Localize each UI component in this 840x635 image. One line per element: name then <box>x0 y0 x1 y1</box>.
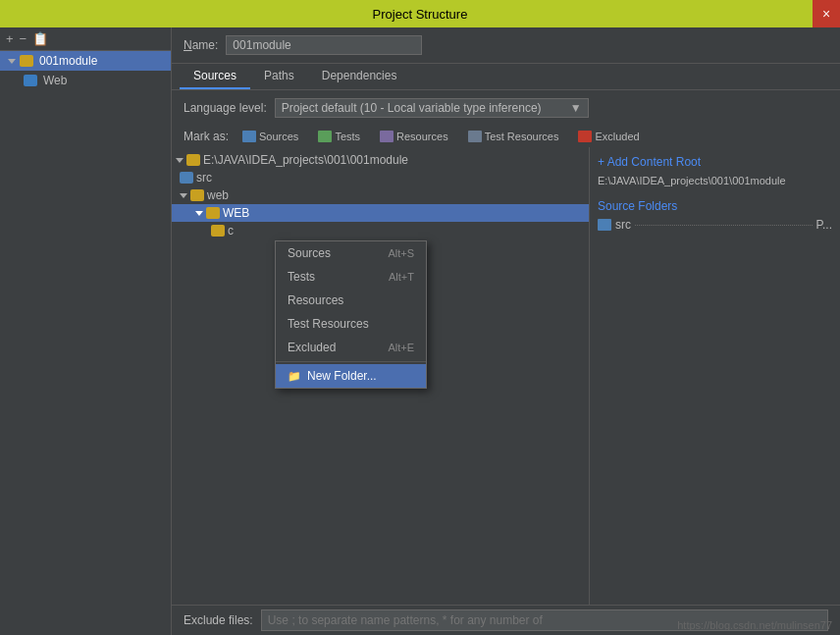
language-value: Project default (10 - Local variable typ… <box>282 101 542 115</box>
web-icon <box>24 75 37 86</box>
exclude-label: Exclude files: <box>184 613 253 627</box>
src-source-folder: src P... <box>598 216 832 234</box>
badge-tests[interactable]: Tests <box>312 130 366 143</box>
module-folder-icon <box>20 55 33 67</box>
tab-paths[interactable]: Paths <box>250 64 308 89</box>
title-bar: Project Structure × <box>0 0 840 27</box>
add-content-root-button[interactable]: + Add Content Root <box>598 151 832 173</box>
ctx-resources-label: Resources <box>288 293 343 307</box>
tests-badge-icon <box>318 131 332 142</box>
ctx-excluded-label: Excluded <box>288 341 336 354</box>
root-expand-icon <box>176 158 184 163</box>
ctx-new-folder-label: New Folder... <box>307 369 377 383</box>
tab-sources[interactable]: Sources <box>180 64 250 89</box>
ctx-tests[interactable]: Tests Alt+T <box>276 265 426 289</box>
new-folder-icon: 📁 <box>288 370 301 383</box>
content-area: Name: Sources Paths Dependencies Languag… <box>172 27 840 635</box>
ctx-test-resources[interactable]: Test Resources <box>276 312 426 336</box>
sidebar-item-web[interactable]: Web <box>0 71 171 90</box>
dotted-separator <box>635 225 813 226</box>
tests-badge-label: Tests <box>335 131 360 142</box>
add-content-root-label: + Add Content Root <box>598 155 701 169</box>
badge-resources[interactable]: Resources <box>374 130 454 143</box>
tab-dependencies[interactable]: Dependencies <box>308 64 411 89</box>
folder-tree-container: E:\JAVA\IDEA_projects\001\001module src … <box>172 147 840 605</box>
source-folders-title: Source Folders <box>598 196 832 216</box>
context-menu: Sources Alt+S Tests Alt+T Resources Test… <box>275 240 427 389</box>
lang-row: Language level: Project default (10 - Lo… <box>172 90 840 126</box>
sidebar: + − 📋 001module Web <box>0 27 172 635</box>
excluded-badge-label: Excluded <box>595 131 639 142</box>
name-label: Name: <box>184 38 218 52</box>
remove-module-icon[interactable]: − <box>20 31 27 46</box>
root-label: E:\JAVA\IDEA_projects\001\001module <box>203 153 408 167</box>
ctx-sources[interactable]: Sources Alt+S <box>276 241 426 265</box>
ctx-tests-label: Tests <box>288 270 315 284</box>
name-row: Name: <box>172 27 840 64</box>
expand-icon <box>8 59 16 64</box>
src-label: src <box>196 171 212 185</box>
tree-row-c[interactable]: c <box>172 222 589 239</box>
mark-as-row: Mark as: Sources Tests Resources Test Re… <box>172 126 840 147</box>
resources-badge-label: Resources <box>396 131 448 142</box>
sidebar-web-label: Web <box>43 74 67 87</box>
tree-row-src[interactable]: src <box>172 169 589 186</box>
web-label: web <box>207 188 229 202</box>
sources-badge-label: Sources <box>259 131 298 142</box>
ctx-separator <box>276 361 426 362</box>
main-container: + − 📋 001module Web Name: Sources Paths … <box>0 27 840 635</box>
webinf-label: WEB <box>223 206 249 220</box>
src-suffix: P... <box>816 218 832 232</box>
watermark: https://blog.csdn.net/mulinsen77 <box>677 619 832 631</box>
dropdown-arrow-icon: ▼ <box>570 101 582 115</box>
excluded-badge-icon <box>578 131 592 142</box>
close-button[interactable]: × <box>813 0 840 27</box>
badge-sources[interactable]: Sources <box>236 130 304 143</box>
ctx-new-folder[interactable]: 📁 New Folder... <box>276 364 426 388</box>
src-right-label: src <box>615 218 631 232</box>
webinf-expand-icon <box>195 211 203 216</box>
tree-row-root[interactable]: E:\JAVA\IDEA_projects\001\001module <box>172 151 589 169</box>
tree-row-web[interactable]: web <box>172 186 589 204</box>
ctx-sources-label: Sources <box>288 246 331 260</box>
badge-excluded[interactable]: Excluded <box>572 130 645 143</box>
right-panel-path: E:\JAVA\IDEA_projects\001\001module <box>598 173 832 188</box>
mark-as-label: Mark as: <box>184 130 229 143</box>
sidebar-item-001module[interactable]: 001module <box>0 51 171 71</box>
tabs-row: Sources Paths Dependencies <box>172 64 840 90</box>
ctx-resources[interactable]: Resources <box>276 289 426 312</box>
ctx-tests-shortcut: Alt+T <box>389 271 414 283</box>
resources-badge-icon <box>380 131 394 142</box>
ctx-test-resources-label: Test Resources <box>288 317 369 331</box>
ctx-excluded-shortcut: Alt+E <box>388 342 414 353</box>
source-folders-section: Source Folders src P... <box>598 196 832 234</box>
c-folder-icon <box>211 225 225 237</box>
language-label: Language level: <box>184 101 267 115</box>
web-expand-icon <box>180 193 187 198</box>
src-right-icon <box>598 219 611 231</box>
ctx-sources-shortcut: Alt+S <box>388 247 414 259</box>
title-text: Project Structure <box>373 7 468 22</box>
sources-badge-icon <box>242 131 256 142</box>
tree-right: + Add Content Root E:\JAVA\IDEA_projects… <box>590 147 840 605</box>
tree-row-web-inf[interactable]: WEB <box>172 204 589 222</box>
test-resources-badge-label: Test Resources <box>485 131 559 142</box>
add-module-icon[interactable]: + <box>6 31 14 46</box>
name-input[interactable] <box>226 35 422 55</box>
badge-test-resources[interactable]: Test Resources <box>462 130 565 143</box>
test-resources-badge-icon <box>468 131 482 142</box>
web-folder-icon <box>190 189 204 201</box>
sidebar-toolbar: + − 📋 <box>0 27 171 51</box>
language-select[interactable]: Project default (10 - Local variable typ… <box>275 98 589 118</box>
c-label: c <box>228 224 234 238</box>
ctx-excluded[interactable]: Excluded Alt+E <box>276 336 426 359</box>
root-folder-icon <box>186 154 200 166</box>
src-folder-icon <box>180 172 193 184</box>
copy-module-icon[interactable]: 📋 <box>32 31 48 46</box>
webinf-folder-icon <box>206 207 220 219</box>
sidebar-item-label: 001module <box>39 54 97 68</box>
